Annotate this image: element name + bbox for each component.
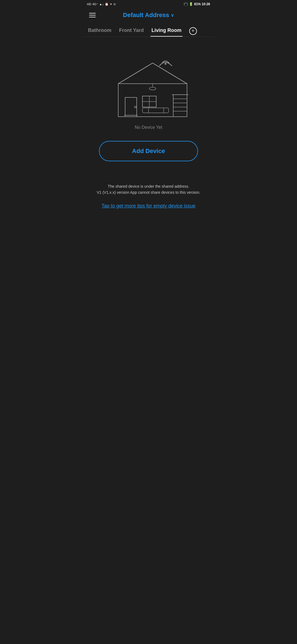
house-illustration (102, 48, 195, 119)
top-nav: Default Address ∨ (82, 7, 215, 23)
tab-living-room[interactable]: Living Room (150, 25, 183, 37)
svg-rect-9 (142, 108, 169, 113)
bluetooth-icon: ✶ (110, 2, 112, 6)
tips-link[interactable]: Tap to get more tips for empty device is… (101, 202, 196, 210)
status-right: 📳 🔋 81% 10:26 (184, 2, 210, 6)
battery-icon: 🔋 (189, 2, 193, 6)
svg-rect-1 (118, 84, 187, 117)
main-content: No Device Yet Add Device (82, 37, 215, 183)
svg-rect-14 (173, 95, 187, 117)
chevron-down-icon: ∨ (171, 13, 174, 18)
add-room-button[interactable]: + (189, 27, 197, 35)
vibrate-icon: 📳 (184, 2, 188, 6)
extra-icon: ⊙ (113, 2, 116, 6)
tab-bathroom[interactable]: Bathroom (87, 25, 112, 37)
hamburger-button[interactable] (88, 12, 97, 18)
hamburger-line-3 (89, 17, 96, 17)
svg-point-3 (134, 106, 136, 108)
signal-icon: HD (87, 2, 91, 6)
status-bar: HD 4G⁺ ▲↓ ⏰ ✶ ⊙ 📳 🔋 81% 10:26 (82, 0, 215, 7)
address-selector[interactable]: Default Address ∨ (123, 12, 174, 19)
svg-point-12 (149, 87, 156, 90)
room-tabs: Bathroom Front Yard Living Room + (82, 23, 215, 37)
hamburger-line-2 (89, 15, 96, 15)
signal-bars: ▲↓ (99, 2, 104, 6)
svg-point-0 (165, 63, 166, 65)
svg-rect-2 (125, 97, 137, 117)
alarm-icon: ⏰ (105, 2, 109, 6)
battery-percent: 81% 10:26 (194, 2, 210, 6)
hamburger-line-1 (89, 13, 96, 13)
add-device-button[interactable]: Add Device (99, 141, 198, 161)
status-left: HD 4G⁺ ▲↓ ⏰ ✶ ⊙ (87, 2, 116, 6)
info-section: The shared device is under the shared ad… (82, 183, 215, 210)
network-icon: 4G⁺ (92, 2, 98, 6)
no-device-label: No Device Yet (135, 125, 163, 130)
tab-front-yard[interactable]: Front Yard (118, 25, 145, 37)
address-label: Default Address (123, 12, 169, 19)
shared-device-info: The shared device is under the shared ad… (97, 183, 200, 196)
